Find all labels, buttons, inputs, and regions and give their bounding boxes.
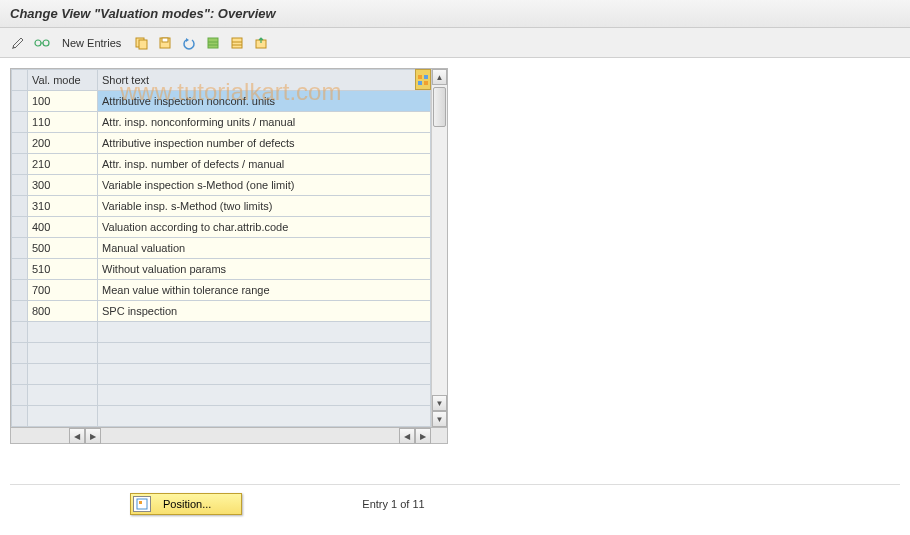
table-settings-icon[interactable]	[415, 69, 431, 90]
cell-mode[interactable]: 110	[28, 112, 98, 133]
svg-rect-6	[162, 38, 168, 42]
undo-icon[interactable]	[179, 33, 199, 53]
table-row[interactable]: 210Attr. insp. number of defects / manua…	[12, 154, 431, 175]
cell-text[interactable]: Variable inspection s-Method (one limit)	[98, 175, 431, 196]
position-icon	[133, 496, 151, 512]
table-row-empty	[12, 385, 431, 406]
cell-text[interactable]: Variable insp. s-Method (two limits)	[98, 196, 431, 217]
svg-rect-4	[139, 40, 147, 49]
row-selector[interactable]	[12, 133, 28, 154]
scroll-thumb[interactable]	[433, 87, 446, 127]
footer: Position... Entry 1 of 11	[0, 493, 910, 515]
toolbar: New Entries	[0, 28, 910, 58]
position-label: Position...	[163, 498, 211, 510]
cell-text[interactable]: Attributive inspection nonconf. units	[98, 91, 431, 112]
scroll-down2-icon[interactable]: ▼	[432, 411, 447, 427]
export-icon[interactable]	[251, 33, 271, 53]
svg-point-1	[43, 40, 49, 46]
toggle-change-icon[interactable]	[8, 33, 28, 53]
horizontal-scrollbar[interactable]: ◀▶ ◀▶	[10, 428, 448, 444]
row-selector[interactable]	[12, 196, 28, 217]
select-all-icon[interactable]	[203, 33, 223, 53]
table-row[interactable]: 300Variable inspection s-Method (one lim…	[12, 175, 431, 196]
cell-text[interactable]: Attr. insp. nonconforming units / manual	[98, 112, 431, 133]
table-row-empty	[12, 343, 431, 364]
cell-text[interactable]: Manual valuation	[98, 238, 431, 259]
vertical-scrollbar[interactable]: ▲ ▼ ▼	[431, 69, 447, 427]
row-selector-header[interactable]	[12, 70, 28, 91]
cell-mode[interactable]: 510	[28, 259, 98, 280]
cell-text[interactable]: Attributive inspection number of defects	[98, 133, 431, 154]
new-entries-button[interactable]: New Entries	[56, 35, 127, 51]
page-title: Change View "Valuation modes": Overview	[0, 0, 910, 28]
row-selector[interactable]	[12, 259, 28, 280]
cell-text[interactable]: Mean value within tolerance range	[98, 280, 431, 301]
cell-mode[interactable]: 200	[28, 133, 98, 154]
column-header-mode[interactable]: Val. mode	[28, 70, 98, 91]
row-selector[interactable]	[12, 301, 28, 322]
row-selector[interactable]	[12, 238, 28, 259]
hscroll-right-icon[interactable]: ▶	[85, 428, 101, 444]
svg-rect-10	[232, 38, 242, 48]
table-row[interactable]: 110Attr. insp. nonconforming units / man…	[12, 112, 431, 133]
cell-mode[interactable]: 300	[28, 175, 98, 196]
entry-counter: Entry 1 of 11	[362, 498, 424, 510]
deselect-all-icon[interactable]	[227, 33, 247, 53]
scroll-down-icon[interactable]: ▼	[432, 395, 447, 411]
cell-mode[interactable]: 400	[28, 217, 98, 238]
svg-rect-19	[139, 501, 142, 504]
table-row-empty	[12, 364, 431, 385]
copy-icon[interactable]	[131, 33, 151, 53]
save-variant-icon[interactable]	[155, 33, 175, 53]
table-row[interactable]: 100Attributive inspection nonconf. units	[12, 91, 431, 112]
row-selector[interactable]	[12, 217, 28, 238]
cell-text[interactable]: Without valuation params	[98, 259, 431, 280]
svg-point-0	[35, 40, 41, 46]
table-row[interactable]: 510Without valuation params	[12, 259, 431, 280]
cell-mode[interactable]: 210	[28, 154, 98, 175]
glasses-icon[interactable]	[32, 33, 52, 53]
cell-mode[interactable]: 500	[28, 238, 98, 259]
data-grid: Val. mode Short text 100Attributive insp…	[10, 68, 448, 428]
svg-rect-7	[208, 38, 218, 48]
hscroll-left2-icon[interactable]: ◀	[399, 428, 415, 444]
hscroll-right2-icon[interactable]: ▶	[415, 428, 431, 444]
table-row-empty	[12, 406, 431, 427]
cell-text[interactable]: Valuation according to char.attrib.code	[98, 217, 431, 238]
table-row[interactable]: 400Valuation according to char.attrib.co…	[12, 217, 431, 238]
svg-rect-16	[418, 81, 422, 85]
table-row[interactable]: 200Attributive inspection number of defe…	[12, 133, 431, 154]
cell-text[interactable]: SPC inspection	[98, 301, 431, 322]
svg-rect-14	[418, 75, 422, 79]
row-selector[interactable]	[12, 91, 28, 112]
row-selector[interactable]	[12, 280, 28, 301]
cell-mode[interactable]: 700	[28, 280, 98, 301]
table-row[interactable]: 500Manual valuation	[12, 238, 431, 259]
cell-text[interactable]: Attr. insp. number of defects / manual	[98, 154, 431, 175]
table-row-empty	[12, 322, 431, 343]
scroll-up-icon[interactable]: ▲	[432, 69, 447, 85]
separator	[10, 484, 900, 485]
table-row[interactable]: 310Variable insp. s-Method (two limits)	[12, 196, 431, 217]
svg-rect-15	[424, 75, 428, 79]
hscroll-left-icon[interactable]: ◀	[69, 428, 85, 444]
row-selector[interactable]	[12, 175, 28, 196]
table-row[interactable]: 700Mean value within tolerance range	[12, 280, 431, 301]
cell-mode[interactable]: 100	[28, 91, 98, 112]
cell-mode[interactable]: 310	[28, 196, 98, 217]
table-row[interactable]: 800SPC inspection	[12, 301, 431, 322]
row-selector[interactable]	[12, 112, 28, 133]
cell-mode[interactable]: 800	[28, 301, 98, 322]
svg-rect-17	[424, 81, 428, 85]
row-selector[interactable]	[12, 154, 28, 175]
position-button[interactable]: Position...	[130, 493, 242, 515]
column-header-text[interactable]: Short text	[98, 70, 431, 91]
